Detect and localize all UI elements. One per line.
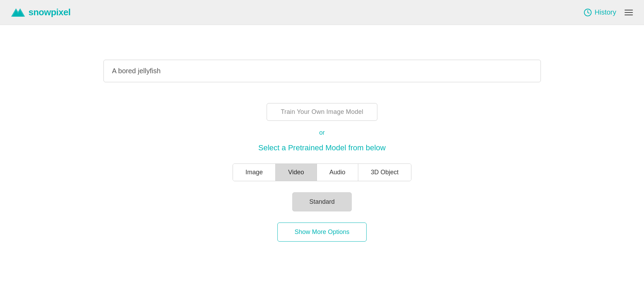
- history-icon: [584, 8, 592, 17]
- tab-audio[interactable]: Audio: [317, 164, 358, 181]
- select-model-label: Select a Pretrained Model from below: [258, 143, 386, 152]
- tab-image-label: Image: [245, 169, 263, 176]
- tab-video-label: Video: [288, 169, 304, 176]
- standard-button-label: Standard: [309, 198, 335, 205]
- history-button[interactable]: History: [584, 8, 616, 17]
- or-divider: or: [319, 129, 325, 136]
- menu-line-3: [625, 15, 633, 15]
- show-more-label: Show More Options: [294, 228, 349, 235]
- main-content: Train Your Own Image Model or Select a P…: [0, 25, 644, 285]
- tab-3d-object[interactable]: 3D Object: [358, 164, 411, 181]
- logo: snowpixel: [11, 7, 70, 18]
- history-label: History: [595, 8, 616, 16]
- tab-audio-label: Audio: [329, 169, 345, 176]
- tab-video[interactable]: Video: [276, 164, 317, 181]
- menu-line-1: [625, 10, 633, 10]
- menu-line-2: [625, 12, 633, 13]
- prompt-input[interactable]: [112, 67, 532, 75]
- show-more-options-button[interactable]: Show More Options: [277, 223, 366, 242]
- model-type-tabs: Image Video Audio 3D Object: [233, 164, 411, 181]
- train-model-button[interactable]: Train Your Own Image Model: [267, 103, 378, 121]
- tab-3d-object-label: 3D Object: [371, 169, 399, 176]
- prompt-input-wrapper: [103, 60, 541, 82]
- header-right: History: [584, 8, 633, 17]
- logo-icon: [11, 7, 25, 18]
- logo-text: snowpixel: [28, 7, 70, 18]
- tab-image[interactable]: Image: [233, 164, 276, 181]
- menu-icon[interactable]: [625, 10, 633, 15]
- train-button-label: Train Your Own Image Model: [281, 108, 363, 115]
- header: snowpixel History: [0, 0, 644, 25]
- standard-button[interactable]: Standard: [292, 192, 352, 211]
